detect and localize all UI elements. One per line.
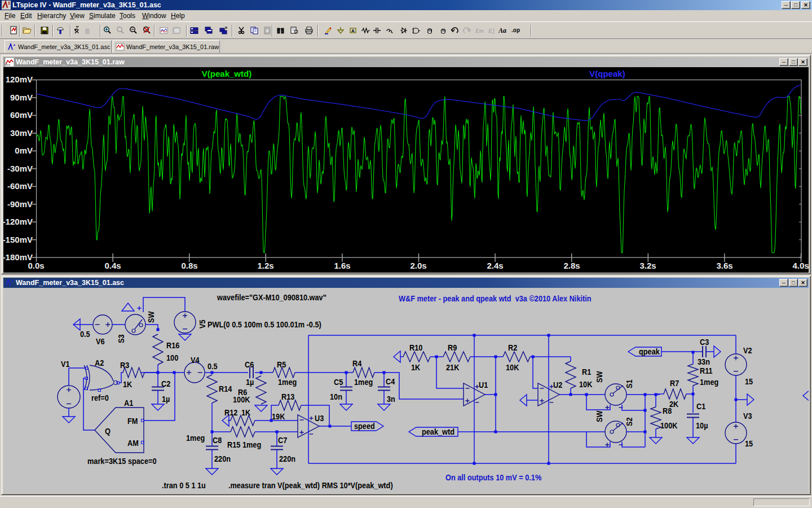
svg-text:S3: S3 [116,334,126,343]
svg-text:220n: 220n [279,454,295,463]
svg-text:V(peak_wtd): V(peak_wtd) [202,69,251,78]
svg-text:R7: R7 [670,378,679,388]
svg-text:1.2s: 1.2s [257,261,273,270]
svg-text:C5: C5 [334,377,343,387]
svg-text:U2: U2 [553,380,563,389]
svg-text:-120mV: -120mV [3,217,33,226]
svg-text:On all outputs 10 mV = 0.1%: On all outputs 10 mV = 0.1% [445,472,541,482]
svg-text:C2: C2 [161,379,171,388]
svg-text:R8: R8 [663,406,672,415]
svg-text:A: A [351,28,355,33]
svg-text:speed: speed [354,421,375,431]
svg-text:C3: C3 [700,337,709,347]
svg-text:1meg: 1meg [278,377,297,387]
svg-text:C6: C6 [245,360,254,369]
svg-text:.op: .op [511,27,520,33]
svg-text:10µ: 10µ [696,421,708,430]
svg-text:0.5: 0.5 [208,361,218,371]
svg-text:0.4s: 0.4s [104,261,121,270]
svg-text:AM: AM [127,438,139,448]
svg-text:R5: R5 [277,360,286,369]
svg-text:R2: R2 [508,343,518,352]
svg-text:A2: A2 [95,358,104,367]
svg-text:1meg: 1meg [186,433,205,443]
svg-text:0.5: 0.5 [80,329,90,339]
svg-text:U1: U1 [479,380,488,389]
svg-text:C1: C1 [696,401,706,411]
svg-text:V2: V2 [743,345,752,355]
svg-text:R13: R13 [281,392,295,401]
svg-text:W&F meter - peak and qpeak wtd: W&F meter - peak and qpeak wtd v3a ©2010… [399,294,592,303]
svg-text:10K: 10K [506,362,519,372]
svg-text:mark=3K15 space=0: mark=3K15 space=0 [87,456,157,466]
svg-text:-30mV: -30mV [7,164,33,173]
svg-text:100K: 100K [660,421,677,430]
svg-text:100K: 100K [233,395,250,404]
svg-text:R14: R14 [219,384,232,393]
svg-text:V(qpeak): V(qpeak) [589,69,625,78]
svg-text:-90mV: -90mV [7,199,33,209]
svg-text:R1: R1 [582,367,592,376]
svg-text:60mV: 60mV [10,110,33,120]
svg-text:1K: 1K [123,379,132,389]
svg-text:R12: R12 [224,408,238,417]
svg-text:220n: 220n [214,454,231,463]
svg-text:U3: U3 [315,413,324,423]
svg-text:PWL(0 0.5 100m 0.5 100.01m -0.: PWL(0 0.5 100m 0.5 100.01m -0.5) [208,319,321,329]
svg-text:Q: Q [105,426,111,436]
svg-text:15: 15 [745,439,753,448]
svg-text:C4: C4 [386,376,395,386]
svg-text:peak_wtd: peak_wtd [422,427,454,436]
svg-text:.measure tran V(peak_wtd) RMS: .measure tran V(peak_wtd) RMS 10*V(peak_… [228,480,393,490]
svg-text:wavefile="GX-M10_090810.wav": wavefile="GX-M10_090810.wav" [217,292,326,302]
svg-text:SW: SW [146,311,156,323]
svg-text:1meg: 1meg [354,377,373,387]
svg-text:Em: Em [475,27,484,34]
svg-text:10K: 10K [579,379,592,389]
svg-text:R11: R11 [700,366,713,375]
svg-text:R15 1meg: R15 1meg [227,440,261,449]
svg-text:100: 100 [166,353,178,362]
svg-text:10n: 10n [330,392,342,401]
svg-text:V6: V6 [96,336,105,346]
svg-text:-60mV: -60mV [7,181,33,191]
svg-text:S2: S2 [624,417,634,426]
svg-text:R16: R16 [166,340,180,350]
svg-text:FM: FM [127,416,138,426]
svg-text:2.0s: 2.0s [410,261,426,270]
svg-text:3.6s: 3.6s [716,261,732,270]
svg-text:1K: 1K [411,362,420,372]
svg-text:90mV: 90mV [10,93,33,102]
svg-text:2.4s: 2.4s [487,261,503,270]
svg-text:0.0s: 0.0s [28,261,44,270]
svg-text:Aa: Aa [498,27,506,34]
svg-text:C7: C7 [278,435,288,445]
svg-text:1meg: 1meg [700,377,718,387]
svg-text:.tran 0 5 1 1u: .tran 0 5 1 1u [162,480,206,490]
svg-text:V5: V5 [197,319,207,329]
svg-text:SW: SW [594,410,604,422]
svg-text:R3: R3 [120,360,130,370]
svg-text:V3: V3 [743,411,752,421]
svg-text:S1: S1 [624,379,634,388]
svg-text:3n: 3n [387,394,395,404]
svg-text:A1: A1 [124,398,134,408]
svg-text:-150mV: -150mV [3,235,33,244]
svg-text:2.8s: 2.8s [563,261,580,270]
svg-text:120mV: 120mV [6,75,33,84]
svg-text:21K: 21K [446,362,459,372]
svg-text:1K: 1K [241,408,250,417]
svg-text:C8: C8 [213,435,222,445]
svg-text:V4: V4 [191,355,200,365]
svg-text:15: 15 [745,376,753,386]
svg-text:R9: R9 [448,343,457,352]
svg-text:R10: R10 [409,343,423,352]
svg-text:30mV: 30mV [10,128,33,138]
svg-text:R4: R4 [352,358,362,368]
svg-text:4.0s: 4.0s [792,261,809,270]
svg-text:1µ: 1µ [162,394,170,404]
svg-text:3.2s: 3.2s [639,261,656,270]
svg-text:SW: SW [594,371,604,383]
svg-text:19K: 19K [272,411,285,421]
svg-text:1µ: 1µ [246,377,254,387]
